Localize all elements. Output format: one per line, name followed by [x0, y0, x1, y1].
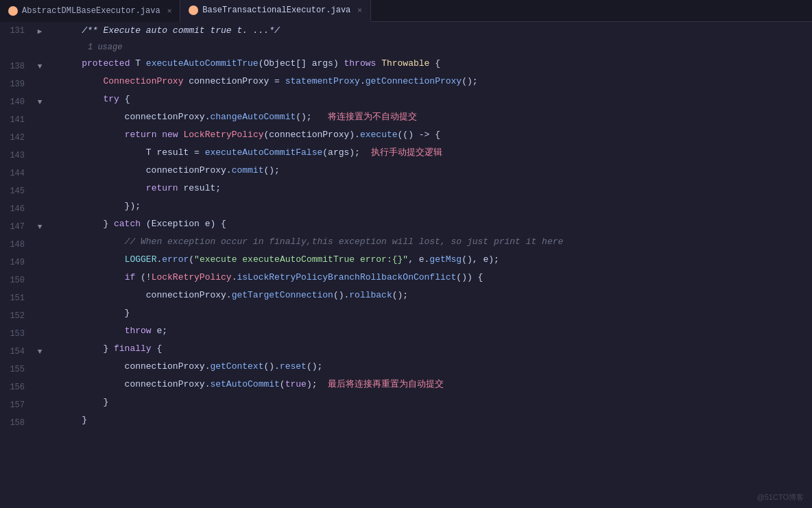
- code-line: ConnectionProxy connectionProxy = statem…: [55, 73, 812, 90]
- gutter-row: 142: [0, 129, 55, 147]
- gutter-row: 157: [0, 396, 55, 414]
- code-line: LOGGER.error("execute executeAutoCommitT…: [55, 251, 812, 269]
- tab-bar: AbstractDMLBaseExecutor.java ✕ BaseTrans…: [0, 0, 812, 22]
- line-number: 156: [0, 383, 33, 392]
- line-number: 143: [0, 151, 33, 160]
- fold-icon[interactable]: ▼: [33, 62, 47, 71]
- line-number: 131: [0, 26, 33, 36]
- code-line: return result;: [55, 180, 812, 197]
- gutter-row: 154▼: [0, 343, 55, 361]
- code-area: 131▶138▼139140▼141142143144145146147▼148…: [0, 22, 812, 508]
- tab-icon-base: [189, 5, 198, 15]
- code-line: }: [55, 411, 812, 429]
- code-line: connectionProxy.setAutoCommit(true); 最后将…: [55, 376, 812, 394]
- code-line: } catch (Exception e) {: [55, 215, 812, 233]
- code-line: protected T executeAutoCommitTrue(Object…: [55, 55, 812, 73]
- tab-base-transactional[interactable]: BaseTransactionalExecutor.java ✕: [180, 0, 371, 22]
- tab-icon-abstract: [8, 6, 18, 16]
- code-line: // When exception occur in finally,this …: [55, 233, 812, 251]
- line-number: 153: [0, 329, 33, 339]
- tab-label-base: BaseTransactionalExecutor.java: [202, 5, 350, 15]
- line-number: 144: [0, 169, 33, 178]
- code-line: });: [55, 197, 812, 215]
- code-line: T result = executeAutoCommitFalse(args);…: [55, 144, 812, 162]
- watermark: @51CTO博客: [757, 492, 804, 503]
- line-number: 151: [0, 293, 33, 303]
- line-number: 147: [0, 222, 33, 232]
- code-line: if (!LockRetryPolicy.isLockRetryPolicyBr…: [55, 269, 812, 287]
- gutter-row: 149: [0, 254, 55, 271]
- line-number: 157: [0, 400, 33, 410]
- code-line: }: [55, 304, 812, 322]
- gutter-row: 141: [0, 111, 55, 129]
- gutter-row: 155: [0, 361, 55, 378]
- fold-icon[interactable]: ▼: [33, 98, 47, 106]
- gutter-row: 140▼: [0, 93, 55, 111]
- fold-icon[interactable]: ▼: [33, 348, 47, 356]
- code-line: }: [55, 394, 812, 411]
- gutter-row: 152: [0, 307, 55, 325]
- code-line: return new LockRetryPolicy(connectionPro…: [55, 126, 812, 144]
- gutter-row: 158: [0, 414, 55, 432]
- gutter-row: 147▼: [0, 218, 55, 236]
- code-line: 1 usage: [55, 40, 812, 55]
- line-number: 146: [0, 204, 33, 214]
- tab-close-abstract[interactable]: ✕: [167, 6, 172, 15]
- tab-close-base[interactable]: ✕: [357, 5, 362, 14]
- code-line: connectionProxy.changeAutoCommit(); 将连接置…: [55, 108, 812, 126]
- line-number: 152: [0, 311, 33, 321]
- code-line: /** Execute auto commit true t. ...*/: [55, 22, 812, 40]
- code-line: throw e;: [55, 322, 812, 340]
- gutter-row: 146: [0, 200, 55, 218]
- gutter-row: 148: [0, 236, 55, 254]
- gutter-row: [0, 40, 55, 58]
- gutter-row: 151: [0, 289, 55, 307]
- gutter-row: 131▶: [0, 22, 55, 40]
- line-number: 142: [0, 133, 33, 143]
- line-number: 145: [0, 186, 33, 196]
- tab-label-abstract: AbstractDMLBaseExecutor.java: [22, 6, 160, 16]
- gutter-row: 145: [0, 182, 55, 200]
- gutter-row: 139: [0, 75, 55, 93]
- tab-abstract-dml[interactable]: AbstractDMLBaseExecutor.java ✕: [0, 0, 180, 22]
- gutter-row: 156: [0, 378, 55, 396]
- gutter-row: 150: [0, 271, 55, 289]
- gutter-row: 143: [0, 147, 55, 165]
- line-number: 148: [0, 240, 33, 250]
- gutter-row: 144: [0, 165, 55, 182]
- code-line: connectionProxy.getContext().reset();: [55, 358, 812, 376]
- gutter-row: 138▼: [0, 58, 55, 75]
- fold-icon[interactable]: ▶: [33, 27, 47, 36]
- code-line: connectionProxy.commit();: [55, 162, 812, 180]
- line-number: 155: [0, 365, 33, 374]
- code-line: connectionProxy.getTargetConnection().ro…: [55, 287, 812, 304]
- line-number: 150: [0, 276, 33, 285]
- fold-icon[interactable]: ▼: [33, 223, 47, 231]
- line-number: 138: [0, 62, 33, 71]
- line-number: 154: [0, 347, 33, 356]
- line-number: 141: [0, 115, 33, 125]
- line-number: 140: [0, 97, 33, 107]
- line-gutter: 131▶138▼139140▼141142143144145146147▼148…: [0, 22, 55, 508]
- code-content[interactable]: /** Execute auto commit true t. ...*/1 u…: [55, 22, 812, 508]
- line-number: 139: [0, 80, 33, 89]
- line-number: 149: [0, 258, 33, 267]
- line-number: 158: [0, 418, 33, 428]
- code-line: try {: [55, 90, 812, 108]
- code-line: } finally {: [55, 340, 812, 358]
- gutter-row: 153: [0, 325, 55, 343]
